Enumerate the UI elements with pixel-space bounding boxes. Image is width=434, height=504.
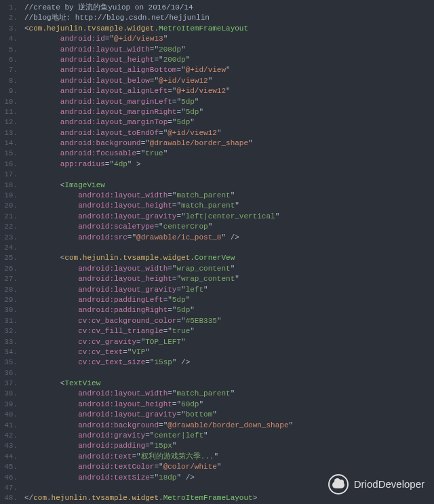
line-number: 19. bbox=[0, 191, 18, 201]
code-line: android:text="权利的游戏第六季..." bbox=[24, 452, 434, 462]
line-number: 25. bbox=[0, 253, 18, 263]
line-number: 7. bbox=[0, 65, 18, 75]
line-number: 38. bbox=[0, 389, 18, 399]
code-line: //create by 逆流的鱼yuiop on 2016/10/14 bbox=[24, 3, 434, 13]
watermark: DriodDeveloper bbox=[328, 474, 425, 495]
line-number: 33. bbox=[0, 337, 18, 347]
line-number: 30. bbox=[0, 305, 18, 315]
code-line: cv:cv_text="VIP" bbox=[24, 347, 434, 357]
code-line: <com.hejunlin.tvsample.widget.MetroItemF… bbox=[24, 24, 434, 34]
code-line: app:radius="4dp" > bbox=[24, 159, 434, 170]
code-line: android:layout_alignLeft="@+id/view12" bbox=[24, 86, 434, 96]
line-number: 4. bbox=[0, 34, 18, 44]
line-number: 11. bbox=[0, 107, 18, 117]
line-number: 48. bbox=[0, 493, 18, 503]
line-number: 12. bbox=[0, 117, 18, 128]
code-line: android:scaleType="centerCrop" bbox=[24, 222, 434, 232]
line-number: 21. bbox=[0, 212, 18, 222]
line-number: 20. bbox=[0, 201, 18, 211]
line-number: 8. bbox=[0, 76, 18, 86]
code-line: android:paddingLeft="5dp" bbox=[24, 295, 434, 305]
code-area: //create by 逆流的鱼yuiop on 2016/10/14//blo… bbox=[24, 3, 434, 504]
code-line: <ImageView bbox=[24, 180, 434, 191]
code-line: <com.hejunlin.tvsample.widget.CornerVew bbox=[24, 253, 434, 263]
code-line: android:layout_marginLeft="5dp" bbox=[24, 97, 434, 107]
code-line: android:layout_width="208dp" bbox=[24, 45, 434, 55]
line-number: 32. bbox=[0, 326, 18, 336]
line-number: 16. bbox=[0, 159, 18, 170]
line-number: 18. bbox=[0, 180, 18, 191]
line-number: 14. bbox=[0, 138, 18, 149]
code-line: cv:cv_gravity="TOP_LEFT" bbox=[24, 337, 434, 347]
code-line: android:layout_alignBottom="@+id/view" bbox=[24, 65, 434, 75]
line-number: 36. bbox=[0, 368, 18, 379]
line-number: 44. bbox=[0, 452, 18, 462]
line-number: 17. bbox=[0, 170, 18, 180]
code-line: <TextView bbox=[24, 379, 434, 389]
line-number-gutter: 1.2.3.4.5.6.7.8.9.10.11.12.13.14.15.16.1… bbox=[0, 3, 24, 504]
code-line: android:layout_width="match_parent" bbox=[24, 389, 434, 399]
wechat-icon bbox=[328, 474, 349, 495]
code-line: android:gravity="center|left" bbox=[24, 431, 434, 441]
code-line: android:paddingRight="5dp" bbox=[24, 305, 434, 315]
code-line: android:layout_height="wrap_content" bbox=[24, 274, 434, 284]
line-number: 45. bbox=[0, 462, 18, 472]
code-line: android:layout_gravity="bottom" bbox=[24, 410, 434, 420]
code-line: android:src="@drawable/ic_post_8" /> bbox=[24, 233, 434, 243]
line-number: 10. bbox=[0, 97, 18, 107]
code-line: android:focusable="true" bbox=[24, 149, 434, 159]
code-line: android:layout_width="wrap_content" bbox=[24, 264, 434, 274]
line-number: 41. bbox=[0, 421, 18, 431]
code-line: android:layout_below="@+id/view12" bbox=[24, 76, 434, 86]
line-number: 39. bbox=[0, 400, 18, 410]
code-line: android:layout_width="match_parent" bbox=[24, 191, 434, 201]
line-number: 46. bbox=[0, 473, 18, 483]
code-line: android:layout_height="60dp" bbox=[24, 400, 434, 410]
line-number: 27. bbox=[0, 274, 18, 284]
line-number: 23. bbox=[0, 233, 18, 243]
code-line: android:layout_height="200dp" bbox=[24, 55, 434, 65]
code-line: android:layout_gravity="left" bbox=[24, 285, 434, 295]
line-number: 13. bbox=[0, 128, 18, 138]
code-editor: 1.2.3.4.5.6.7.8.9.10.11.12.13.14.15.16.1… bbox=[0, 0, 434, 504]
line-number: 28. bbox=[0, 285, 18, 295]
code-line: android:layout_marginRight="5dp" bbox=[24, 107, 434, 117]
line-number: 35. bbox=[0, 357, 18, 368]
code-line: android:layout_gravity="left|center_vert… bbox=[24, 212, 434, 222]
code-line: android:textColor="@color/white" bbox=[24, 462, 434, 472]
line-number: 2. bbox=[0, 13, 18, 23]
line-number: 24. bbox=[0, 243, 18, 253]
watermark-text: DriodDeveloper bbox=[354, 479, 425, 489]
code-line: android:layout_height="match_parent" bbox=[24, 201, 434, 211]
line-number: 26. bbox=[0, 264, 18, 274]
code-line bbox=[24, 243, 434, 253]
line-number: 31. bbox=[0, 316, 18, 326]
line-number: 22. bbox=[0, 222, 18, 232]
line-number: 1. bbox=[0, 3, 18, 13]
code-line: cv:cv_text_size="15sp" /> bbox=[24, 357, 434, 368]
line-number: 42. bbox=[0, 431, 18, 441]
line-number: 5. bbox=[0, 45, 18, 55]
code-line: android:id="@+id/view13" bbox=[24, 34, 434, 44]
line-number: 6. bbox=[0, 55, 18, 65]
line-number: 3. bbox=[0, 24, 18, 34]
code-line: android:layout_marginTop="5dp" bbox=[24, 117, 434, 128]
line-number: 15. bbox=[0, 149, 18, 159]
line-number: 43. bbox=[0, 441, 18, 451]
code-line bbox=[24, 368, 434, 379]
line-number: 34. bbox=[0, 347, 18, 357]
code-line: //blog地址: http://blog.csdn.net/hejjunlin bbox=[24, 13, 434, 23]
line-number: 37. bbox=[0, 379, 18, 389]
code-line: </com.hejunlin.tvsample.widget.MetroItem… bbox=[24, 493, 434, 503]
line-number: 29. bbox=[0, 295, 18, 305]
line-number: 47. bbox=[0, 483, 18, 493]
line-number: 40. bbox=[0, 410, 18, 420]
code-line: cv:cv_background_color="#5EB335" bbox=[24, 316, 434, 326]
code-line: cv:cv_fill_triangle="true" bbox=[24, 326, 434, 336]
code-line: android:background="@drawable/border_dow… bbox=[24, 421, 434, 431]
code-line: android:layout_toEndOf="@+id/view12" bbox=[24, 128, 434, 138]
code-line bbox=[24, 170, 434, 180]
line-number: 9. bbox=[0, 86, 18, 96]
code-line: android:padding="15px" bbox=[24, 441, 434, 451]
code-line: android:background="@drawable/border_sha… bbox=[24, 138, 434, 149]
